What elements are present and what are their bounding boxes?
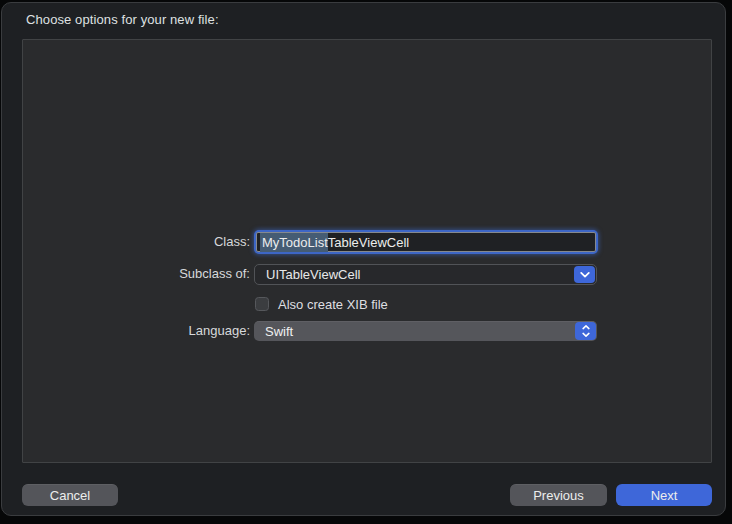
language-select[interactable]: Swift bbox=[254, 321, 597, 341]
class-field-focus-ring: MyTodoListTableViewCell bbox=[254, 230, 598, 254]
xib-checkbox[interactable] bbox=[255, 297, 269, 311]
xib-row: Also create XIB file bbox=[23, 296, 711, 314]
subclass-dropdown-button[interactable] bbox=[574, 266, 595, 283]
previous-button[interactable]: Previous bbox=[510, 484, 607, 506]
chevron-up-down-icon bbox=[582, 325, 590, 337]
options-panel: Class: MyTodoListTableViewCell Subclass … bbox=[22, 39, 712, 463]
language-dropdown-button[interactable] bbox=[575, 322, 596, 340]
subclass-value: UITableViewCell bbox=[266, 267, 360, 282]
class-row: Class: MyTodoListTableViewCell bbox=[23, 230, 711, 254]
class-input-selected-text: MyTodoList bbox=[260, 233, 328, 252]
cancel-button[interactable]: Cancel bbox=[22, 484, 118, 506]
xib-checkbox-label[interactable]: Also create XIB file bbox=[278, 296, 388, 313]
subclass-label: Subclass of: bbox=[23, 264, 250, 284]
language-value: Swift bbox=[265, 324, 293, 339]
language-row: Language: Swift bbox=[23, 321, 711, 341]
subclass-row: Subclass of: UITableViewCell bbox=[23, 264, 711, 284]
language-label: Language: bbox=[23, 321, 250, 341]
screen-background: Choose options for your new file: Class:… bbox=[0, 0, 732, 524]
new-file-options-dialog: Choose options for your new file: Class:… bbox=[1, 2, 726, 516]
class-input[interactable]: MyTodoListTableViewCell bbox=[256, 232, 596, 252]
chevron-down-icon bbox=[580, 272, 590, 278]
class-input-unselected-text: TableViewCell bbox=[328, 235, 409, 250]
class-label: Class: bbox=[23, 230, 250, 254]
dialog-title: Choose options for your new file: bbox=[26, 12, 219, 27]
next-button[interactable]: Next bbox=[616, 484, 712, 506]
subclass-combobox[interactable]: UITableViewCell bbox=[254, 264, 597, 285]
